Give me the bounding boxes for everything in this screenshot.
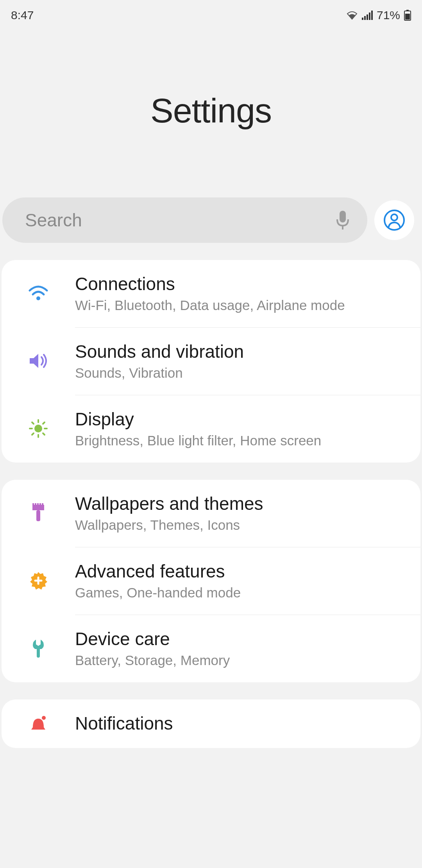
- brush-icon: [30, 503, 46, 523]
- svg-rect-3: [369, 13, 370, 20]
- status-bar: 8:47 71%: [0, 0, 422, 23]
- svg-rect-8: [340, 211, 346, 222]
- brightness-icon: [28, 418, 48, 439]
- signal-status-icon: [362, 11, 373, 20]
- settings-group: Connections Wi-Fi, Bluetooth, Data usage…: [2, 260, 420, 463]
- svg-rect-22: [32, 505, 44, 510]
- settings-item-notifications[interactable]: Notifications: [2, 699, 420, 748]
- item-title: Advanced features: [75, 561, 409, 582]
- wifi-status-icon: [346, 11, 358, 20]
- item-subtitle: Games, One-handed mode: [75, 585, 409, 601]
- svg-point-12: [36, 296, 40, 300]
- battery-percent: 71%: [377, 9, 400, 22]
- svg-rect-2: [367, 14, 368, 20]
- item-title: Sounds and vibration: [75, 341, 409, 362]
- speaker-icon: [28, 352, 48, 369]
- svg-point-11: [391, 214, 397, 221]
- item-title: Connections: [75, 273, 409, 294]
- svg-rect-23: [36, 510, 40, 521]
- svg-line-18: [32, 422, 34, 424]
- svg-rect-0: [362, 18, 363, 20]
- settings-item-connections[interactable]: Connections Wi-Fi, Bluetooth, Data usage…: [2, 260, 420, 327]
- wifi-icon: [28, 285, 48, 301]
- item-title: Notifications: [75, 713, 409, 734]
- settings-item-display[interactable]: Display Brightness, Blue light filter, H…: [2, 395, 420, 463]
- svg-point-26: [42, 716, 46, 720]
- wrench-icon: [30, 638, 46, 658]
- settings-group: Notifications: [2, 699, 420, 748]
- settings-item-sounds[interactable]: Sounds and vibration Sounds, Vibration: [2, 328, 420, 395]
- hero-header: Settings: [0, 23, 422, 197]
- item-subtitle: Wi-Fi, Bluetooth, Data usage, Airplane m…: [75, 298, 409, 313]
- search-placeholder: Search: [25, 210, 335, 231]
- item-title: Device care: [75, 628, 409, 649]
- bell-icon: [29, 715, 48, 732]
- svg-rect-7: [406, 10, 409, 11]
- settings-group: Wallpapers and themes Wallpapers, Themes…: [2, 480, 420, 682]
- plus-gear-icon: [29, 571, 48, 590]
- profile-icon: [383, 209, 405, 231]
- item-subtitle: Brightness, Blue light filter, Home scre…: [75, 433, 409, 448]
- item-title: Wallpapers and themes: [75, 493, 409, 514]
- mic-icon[interactable]: [335, 210, 350, 230]
- item-subtitle: Battery, Storage, Memory: [75, 653, 409, 668]
- settings-item-wallpapers[interactable]: Wallpapers and themes Wallpapers, Themes…: [2, 480, 420, 547]
- search-input[interactable]: Search: [2, 197, 367, 243]
- item-subtitle: Wallpapers, Themes, Icons: [75, 517, 409, 533]
- battery-status-icon: [404, 10, 411, 21]
- svg-line-20: [32, 433, 34, 435]
- status-time: 8:47: [11, 9, 34, 22]
- item-subtitle: Sounds, Vibration: [75, 365, 409, 381]
- settings-item-devicecare[interactable]: Device care Battery, Storage, Memory: [2, 615, 420, 682]
- settings-item-advanced[interactable]: Advanced features Games, One-handed mode: [2, 547, 420, 615]
- item-title: Display: [75, 409, 409, 430]
- svg-rect-1: [364, 16, 366, 20]
- profile-button[interactable]: [374, 200, 414, 240]
- svg-rect-4: [371, 11, 373, 20]
- svg-line-19: [43, 433, 45, 435]
- svg-rect-6: [405, 14, 410, 20]
- page-title: Settings: [150, 91, 272, 131]
- svg-point-13: [34, 425, 42, 432]
- svg-line-21: [43, 422, 45, 424]
